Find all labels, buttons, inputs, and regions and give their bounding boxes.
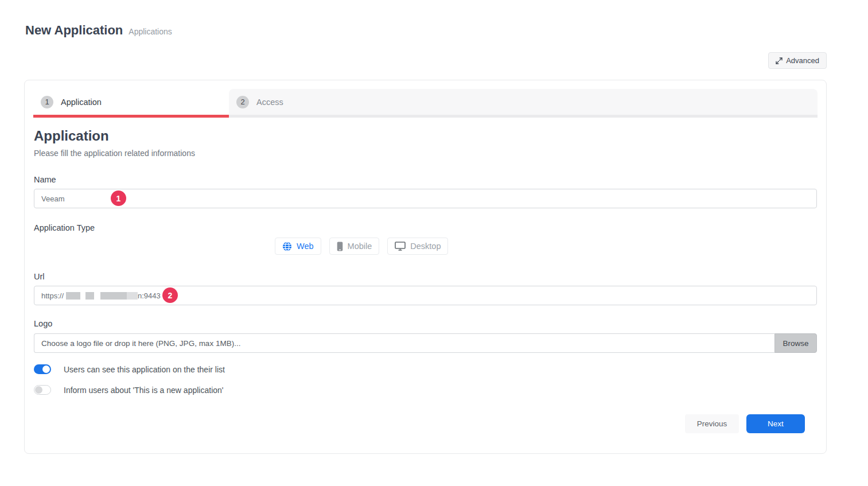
annotation-badge-2: 2 (162, 287, 178, 303)
tab-access-label: Access (256, 98, 283, 107)
form-content: Application Please fill the application … (33, 128, 818, 433)
toggle-knob (42, 366, 50, 373)
toolbar: Advanced (24, 52, 827, 69)
section-subheading: Please fill the application related info… (34, 149, 817, 158)
section-heading: Application (34, 128, 817, 144)
page-title: New Application (25, 23, 123, 38)
annotation-badge-1: 1 (111, 190, 126, 206)
wizard-footer: Previous Next (34, 414, 817, 433)
visibility-toggle-label: Users can see this application on the th… (64, 365, 225, 374)
inform-users-toggle[interactable] (34, 385, 51, 395)
redacted-block (66, 292, 80, 300)
desktop-icon (395, 242, 406, 251)
url-value-suffix: n:9443 (138, 291, 161, 300)
visibility-toggle[interactable] (34, 364, 51, 374)
mobile-icon (337, 242, 343, 251)
inform-users-toggle-label: Inform users about 'This is a new applic… (64, 386, 223, 395)
logo-file-input[interactable]: Choose a logo file or drop it here (PNG,… (34, 333, 774, 353)
previous-button[interactable]: Previous (685, 414, 739, 433)
tab-application[interactable]: 1 Application (33, 89, 229, 118)
page-header: New Application Applications (0, 0, 868, 38)
advanced-button[interactable]: Advanced (768, 52, 827, 69)
tab-access[interactable]: 2 Access (229, 89, 818, 118)
type-desktop-label: Desktop (410, 242, 441, 251)
type-mobile-label: Mobile (348, 242, 372, 251)
toggle-knob (35, 386, 42, 394)
name-label: Name (34, 175, 817, 184)
step-number-badge: 1 (41, 96, 53, 108)
type-web-label: Web (297, 242, 314, 251)
globe-icon (282, 242, 292, 251)
application-type-group: Web Mobile Desktop (34, 238, 817, 255)
redacted-block (100, 292, 127, 300)
url-field-wrap: https:// n:9443 2 (34, 286, 817, 305)
next-button[interactable]: Next (746, 414, 805, 433)
type-web-button[interactable]: Web (275, 238, 321, 255)
breadcrumb: Applications (129, 27, 172, 36)
type-mobile-button[interactable]: Mobile (329, 238, 380, 255)
advanced-button-label: Advanced (786, 56, 819, 65)
visibility-toggle-row: Users can see this application on the th… (34, 364, 817, 374)
application-type-label: Application Type (34, 223, 817, 232)
redacted-block (127, 292, 138, 300)
browse-button[interactable]: Browse (774, 333, 817, 353)
url-value-prefix: https:// (41, 291, 64, 300)
type-desktop-button[interactable]: Desktop (387, 238, 448, 255)
inform-users-toggle-row: Inform users about 'This is a new applic… (34, 385, 817, 395)
step-number-badge: 2 (236, 96, 249, 108)
tab-application-label: Application (61, 98, 102, 107)
wizard-steps: 1 Application 2 Access (33, 89, 818, 118)
url-label: Url (34, 272, 817, 281)
expand-arrows-icon (776, 57, 783, 64)
redacted-block (85, 292, 94, 300)
url-input[interactable]: https:// n:9443 (34, 286, 817, 305)
name-field-wrap: 1 (34, 189, 817, 208)
logo-label: Logo (34, 319, 817, 328)
wizard-card: 1 Application 2 Access Application Pleas… (24, 80, 827, 454)
name-input[interactable] (34, 189, 817, 208)
logo-field-wrap: Choose a logo file or drop it here (PNG,… (34, 333, 817, 353)
